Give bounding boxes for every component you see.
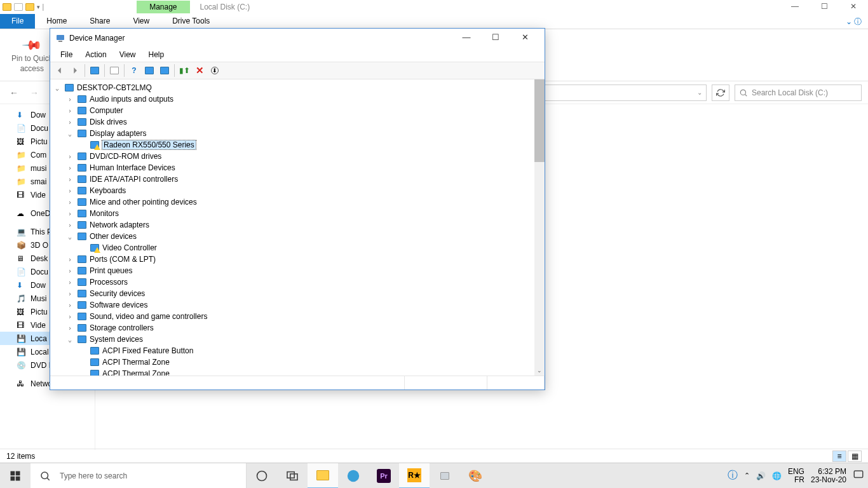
refresh-button[interactable] bbox=[712, 85, 729, 101]
tree-item[interactable]: ⌄Other devices bbox=[50, 231, 545, 242]
tree-item[interactable]: ›Storage controllers bbox=[50, 322, 545, 334]
language-indicator[interactable]: ENG FR bbox=[788, 468, 804, 484]
expand-icon[interactable]: › bbox=[65, 302, 74, 309]
view-icons-button[interactable]: ▦ bbox=[848, 451, 862, 462]
edge-taskbar-icon[interactable] bbox=[338, 463, 369, 489]
expand-icon[interactable]: › bbox=[65, 199, 74, 206]
collapse-icon[interactable]: ⌄ bbox=[53, 85, 62, 92]
tab-file[interactable]: File bbox=[0, 14, 35, 29]
explorer-taskbar-icon[interactable] bbox=[308, 463, 338, 489]
menu-help[interactable]: Help bbox=[142, 48, 171, 61]
volume-icon[interactable]: 🔊 bbox=[756, 471, 766, 480]
dm-close-button[interactable]: ✕ bbox=[510, 29, 539, 47]
tree-item[interactable]: Video Controller bbox=[50, 242, 545, 254]
expand-icon[interactable]: › bbox=[65, 325, 74, 332]
tree-item[interactable]: ⌄System devices bbox=[50, 334, 545, 345]
tree-item[interactable]: ›Disk drives bbox=[50, 116, 545, 128]
collapse-icon[interactable]: ⌄ bbox=[65, 130, 74, 137]
tree-item[interactable]: ›Security devices bbox=[50, 288, 545, 299]
qat-dropdown-icon[interactable]: ▾ │ bbox=[37, 4, 45, 10]
tree-item[interactable]: ›IDE ATA/ATAPI controllers bbox=[50, 173, 545, 185]
tab-home[interactable]: Home bbox=[35, 14, 78, 29]
action-icon[interactable] bbox=[142, 64, 156, 78]
paint-taskbar-icon[interactable]: 🎨 bbox=[460, 463, 491, 489]
expand-icon[interactable]: › bbox=[65, 222, 74, 229]
tree-item[interactable]: ›Print queues bbox=[50, 265, 545, 276]
tree-item[interactable]: ›Keyboards bbox=[50, 185, 545, 196]
update-driver-icon[interactable]: ⬇ bbox=[208, 64, 222, 78]
collapse-icon[interactable]: ⌄ bbox=[65, 336, 74, 343]
dm-minimize-button[interactable]: — bbox=[452, 29, 481, 47]
back-button[interactable]: ← bbox=[6, 88, 22, 98]
expand-icon[interactable]: › bbox=[65, 313, 74, 320]
scroll-down-icon[interactable]: ⌄ bbox=[534, 365, 545, 376]
minimize-button[interactable]: — bbox=[780, 0, 810, 14]
notifications-icon[interactable] bbox=[853, 469, 864, 482]
tree-item[interactable]: ›Audio inputs and outputs bbox=[50, 93, 545, 105]
premiere-taskbar-icon[interactable]: Pr bbox=[369, 463, 399, 489]
expand-icon[interactable]: › bbox=[65, 107, 74, 114]
enable-device-icon[interactable]: ▮⬆ bbox=[177, 64, 191, 78]
menu-file[interactable]: File bbox=[54, 48, 79, 61]
collapse-icon[interactable]: ⌄ bbox=[65, 233, 74, 240]
scrollbar-thumb[interactable] bbox=[534, 79, 545, 162]
folder-icon[interactable] bbox=[25, 3, 34, 11]
tab-view[interactable]: View bbox=[121, 14, 161, 29]
pin-to-quick-access-button[interactable]: 📌 Pin to Quick access bbox=[11, 37, 53, 73]
manage-tab[interactable]: Manage bbox=[137, 1, 189, 13]
expand-icon[interactable]: › bbox=[65, 290, 74, 297]
tree-item[interactable]: ›Mice and other pointing devices bbox=[50, 196, 545, 208]
menu-view[interactable]: View bbox=[113, 48, 142, 61]
tab-drive-tools[interactable]: Drive Tools bbox=[161, 14, 221, 29]
help-tray-icon[interactable]: ⓘ bbox=[728, 469, 738, 482]
clock[interactable]: 6:32 PM 23-Nov-20 bbox=[811, 468, 846, 484]
tree-root[interactable]: ⌄ DESKTOP-CBT2LMQ bbox=[50, 82, 545, 93]
cortana-icon[interactable] bbox=[247, 463, 277, 489]
task-view-icon[interactable] bbox=[277, 463, 308, 489]
maximize-button[interactable]: ☐ bbox=[810, 0, 839, 14]
back-icon[interactable] bbox=[53, 64, 67, 78]
tree-item[interactable]: ›Ports (COM & LPT) bbox=[50, 254, 545, 265]
tree-item[interactable]: ›Computer bbox=[50, 105, 545, 116]
tree-item[interactable]: ⌄Display adapters bbox=[50, 128, 545, 139]
expand-icon[interactable]: › bbox=[65, 96, 74, 103]
show-hide-tree-icon[interactable] bbox=[88, 64, 102, 78]
scrollbar[interactable]: ⌄ bbox=[534, 79, 545, 376]
tree-item[interactable]: ACPI Thermal Zone bbox=[50, 368, 545, 376]
uninstall-device-icon[interactable]: ✕ bbox=[193, 64, 207, 78]
tree-item[interactable]: ACPI Fixed Feature Button bbox=[50, 345, 545, 356]
close-button[interactable]: ✕ bbox=[839, 0, 868, 14]
expand-icon[interactable]: › bbox=[65, 187, 74, 194]
chevron-up-icon[interactable]: ⌃ bbox=[744, 471, 750, 480]
taskbar-search[interactable]: Type here to search bbox=[31, 463, 247, 489]
tree-item[interactable]: ›Processors bbox=[50, 276, 545, 288]
expand-icon[interactable]: › bbox=[65, 268, 74, 274]
expand-icon[interactable]: › bbox=[65, 256, 74, 263]
tree-item[interactable]: ACPI Thermal Zone bbox=[50, 356, 545, 368]
properties-icon[interactable] bbox=[107, 64, 121, 78]
properties-icon[interactable] bbox=[14, 3, 23, 11]
forward-button[interactable]: → bbox=[27, 88, 42, 98]
tree-item[interactable]: Radeon RX550/550 Series bbox=[50, 139, 545, 151]
dm-titlebar[interactable]: Device Manager — ☐ ✕ bbox=[50, 29, 545, 48]
search-input[interactable]: Search Local Disk (C:) bbox=[735, 85, 862, 101]
menu-action[interactable]: Action bbox=[79, 48, 112, 61]
expand-icon[interactable]: › bbox=[65, 165, 74, 172]
network-icon[interactable]: 🌐 bbox=[772, 471, 782, 480]
scan-hardware-icon[interactable] bbox=[158, 64, 172, 78]
tree-item[interactable]: ›Sound, video and game controllers bbox=[50, 311, 545, 322]
rockstar-taskbar-icon[interactable]: R★ bbox=[399, 463, 430, 489]
expand-icon[interactable]: › bbox=[65, 153, 74, 160]
expand-icon[interactable]: › bbox=[65, 176, 74, 183]
device-tree[interactable]: ⌄ DESKTOP-CBT2LMQ ›Audio inputs and outp… bbox=[50, 79, 545, 376]
tree-item[interactable]: ›Network adapters bbox=[50, 219, 545, 231]
tree-item[interactable]: ›Software devices bbox=[50, 299, 545, 311]
forward-icon[interactable] bbox=[68, 64, 82, 78]
expand-icon[interactable]: › bbox=[65, 119, 74, 126]
device-manager-taskbar-icon[interactable] bbox=[430, 463, 460, 489]
chevron-down-icon[interactable]: ⌄ bbox=[697, 89, 702, 96]
tree-item[interactable]: ›Human Interface Devices bbox=[50, 162, 545, 173]
help-icon[interactable]: ? bbox=[127, 64, 141, 78]
expand-icon[interactable]: › bbox=[65, 210, 74, 217]
tree-item[interactable]: ›DVD/CD-ROM drives bbox=[50, 151, 545, 162]
